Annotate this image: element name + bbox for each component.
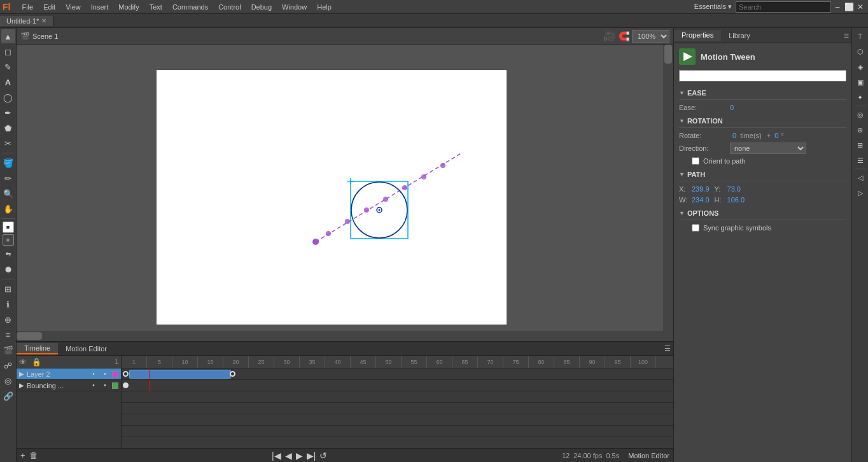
bone-icon[interactable]: ☍	[1, 358, 15, 372]
layer-color-layer2[interactable]	[112, 371, 118, 377]
far-right-btn-11[interactable]: ▷	[853, 186, 867, 200]
step-back-btn[interactable]: ◀	[285, 451, 292, 461]
text-tool[interactable]: A	[1, 75, 15, 89]
menu-insert[interactable]: Insert	[86, 2, 114, 12]
layer-visibility-icon[interactable]: •	[89, 370, 98, 379]
step-fwd-btn[interactable]: ▶|	[307, 451, 316, 461]
loop-btn[interactable]: ↺	[319, 451, 327, 461]
stroke-color[interactable]: ■	[3, 221, 14, 233]
far-right-btn-2[interactable]: ⬡	[853, 45, 867, 59]
panel-close-icon[interactable]: ≡	[844, 31, 849, 41]
menu-debug[interactable]: Debug	[246, 2, 277, 12]
direction-select[interactable]: none CW CCW	[730, 143, 806, 154]
path-section-header[interactable]: ▼ PATH	[679, 168, 846, 181]
eye-icon[interactable]: 👁	[19, 358, 27, 367]
layer-lock-icon2[interactable]: •	[101, 381, 109, 390]
link-icon[interactable]: 🔗	[1, 389, 15, 403]
fill-color[interactable]: ■	[3, 234, 14, 246]
y-value[interactable]: 73.0	[727, 185, 741, 193]
zoom-tool[interactable]: 🔍	[1, 186, 15, 200]
layer-row-bouncing[interactable]: ▶ Bouncing ... • •	[17, 380, 121, 391]
layer-lock-icon[interactable]: •	[101, 370, 109, 379]
snap-icon[interactable]: 🧲	[619, 31, 629, 41]
add-layer-icon[interactable]: +	[20, 451, 25, 460]
right-panel: Properties Library ≡ Motion Tween ▼	[673, 28, 851, 462]
far-right-btn-8[interactable]: ⊞	[853, 138, 867, 152]
scene-name[interactable]: Scene 1	[32, 32, 58, 40]
h-value[interactable]: 106.0	[727, 196, 745, 204]
hand-tool[interactable]: ✋	[1, 202, 15, 216]
far-right-btn-4[interactable]: ▣	[853, 75, 867, 89]
menu-file[interactable]: File	[17, 2, 38, 12]
scissors-tool[interactable]: ✂	[1, 136, 15, 150]
pen-tool[interactable]: ✒	[1, 106, 15, 120]
menu-help[interactable]: Help	[312, 2, 337, 12]
w-value[interactable]: 234.0	[692, 196, 710, 204]
swap-colors[interactable]: ⇆	[1, 247, 15, 261]
stage-scrollbar-horizontal[interactable]	[17, 331, 663, 341]
grid-icon[interactable]: ⊞	[1, 282, 15, 296]
lock-icon[interactable]: 🔒	[32, 358, 41, 367]
timeline-menu-icon[interactable]: ☰	[664, 344, 671, 353]
x-value[interactable]: 239.9	[692, 185, 710, 193]
play-btn[interactable]: ▶	[296, 451, 303, 461]
ease-value[interactable]: 0	[730, 104, 734, 111]
far-right-btn-9[interactable]: ☰	[853, 153, 867, 167]
layer-color-bouncing[interactable]	[112, 382, 118, 389]
document-tab[interactable]: Untitled-1* ✕	[0, 16, 53, 26]
orient-to-path-checkbox[interactable]	[692, 157, 699, 165]
menu-modify[interactable]: Modify	[113, 2, 144, 12]
transform-icon[interactable]: ⊕	[1, 312, 15, 326]
tab-close-icon[interactable]: ✕	[41, 17, 46, 24]
menu-view[interactable]: View	[60, 2, 86, 12]
rotate-deg-value[interactable]: 0	[774, 132, 778, 139]
tab-motion-editor[interactable]: Motion Editor	[58, 344, 115, 354]
subselection-tool[interactable]: ◻	[1, 45, 15, 59]
motion-icon[interactable]: 🎬	[1, 343, 15, 357]
minimize-button[interactable]: –	[832, 2, 843, 12]
options-section-header[interactable]: ▼ OPTIONS	[679, 207, 846, 220]
stage-scrollbar-vertical[interactable]	[663, 45, 673, 331]
menu-control[interactable]: Control	[213, 2, 246, 12]
selection-tool[interactable]: ▲	[1, 29, 15, 43]
camera-icon[interactable]: 🎥	[603, 30, 616, 42]
search-input[interactable]	[736, 1, 831, 13]
tab-properties[interactable]: Properties	[674, 30, 721, 41]
ease-section-header[interactable]: ▼ EASE	[679, 87, 846, 100]
timeline-body: 👁 🔒 1 ▶ Layer 2 • • ▶	[17, 356, 673, 448]
info-icon[interactable]: ℹ	[1, 297, 15, 311]
layer-expand-icon2[interactable]: ▶	[19, 382, 24, 389]
far-right-btn-10[interactable]: ◁	[853, 171, 867, 185]
menu-window[interactable]: Window	[277, 2, 312, 12]
far-right-btn-1[interactable]: T	[853, 29, 867, 43]
tab-library[interactable]: Library	[721, 31, 758, 41]
menu-edit[interactable]: Edit	[38, 2, 60, 12]
far-right-btn-6[interactable]: ◎	[853, 108, 867, 122]
bucket-tool[interactable]: 🪣	[1, 156, 15, 170]
align-icon[interactable]: ≡	[1, 328, 15, 342]
menu-commands[interactable]: Commands	[167, 2, 213, 12]
reset-colors[interactable]: ⬤	[1, 262, 15, 276]
sync-symbols-checkbox[interactable]	[692, 224, 699, 232]
maximize-button[interactable]: ⬜	[844, 2, 854, 12]
oval-tool[interactable]: ◯	[1, 90, 15, 104]
delete-layer-icon[interactable]: 🗑	[29, 451, 38, 460]
menu-text[interactable]: Text	[144, 2, 167, 12]
layer-row-layer2[interactable]: ▶ Layer 2 • •	[17, 368, 121, 380]
shape-tool[interactable]: ⬟	[1, 121, 15, 135]
circle-icon[interactable]: ◎	[1, 374, 15, 388]
zoom-select[interactable]: 100%	[632, 30, 669, 43]
pencil-tool[interactable]: ✎	[1, 60, 15, 74]
close-button[interactable]: ✕	[855, 2, 865, 12]
prev-frame-btn[interactable]: |◀	[272, 451, 281, 461]
layer-expand-icon[interactable]: ▶	[19, 370, 24, 377]
layer-visibility-icon2[interactable]: •	[89, 381, 98, 390]
far-right-btn-5[interactable]: ✦	[853, 90, 867, 104]
far-right-btn-3[interactable]: ◈	[853, 60, 867, 74]
eyedropper-tool[interactable]: ✏	[1, 171, 15, 185]
far-right-btn-7[interactable]: ⊕	[853, 123, 867, 137]
rotation-section-header[interactable]: ▼ ROTATION	[679, 115, 846, 128]
rotate-times-value[interactable]: 0	[732, 132, 736, 139]
essentials-dropdown[interactable]: Essentials ▾	[694, 3, 732, 11]
tab-timeline[interactable]: Timeline	[17, 343, 58, 354]
